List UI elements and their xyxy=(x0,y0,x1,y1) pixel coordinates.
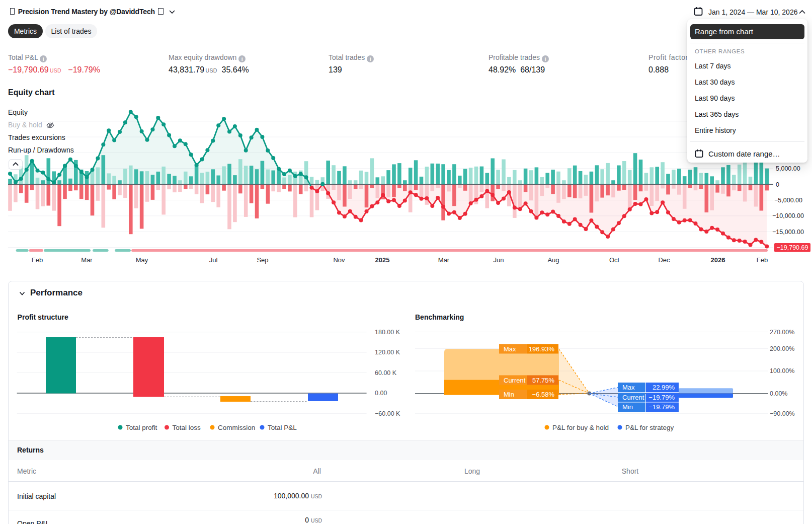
svg-text:2025: 2025 xyxy=(375,256,390,264)
svg-text:0.00: 0.00 xyxy=(375,390,387,397)
svg-text:60.00 K: 60.00 K xyxy=(375,369,397,377)
svg-text:270.00%: 270.00% xyxy=(770,329,794,336)
svg-text:Dec: Dec xyxy=(658,256,670,264)
svg-text:Max: Max xyxy=(622,384,635,391)
svg-text:Min: Min xyxy=(622,403,633,411)
svg-text:P&L for buy & hold: P&L for buy & hold xyxy=(552,424,609,431)
svg-text:Mar: Mar xyxy=(81,256,93,264)
svg-text:Total profit: Total profit xyxy=(126,424,157,431)
svg-text:P&L for strategy: P&L for strategy xyxy=(625,424,674,431)
svg-text:200.00%: 200.00% xyxy=(770,345,794,352)
svg-text:5,000.00: 5,000.00 xyxy=(776,165,800,172)
svg-text:Feb: Feb xyxy=(757,256,768,264)
svg-text:−60.00 K: −60.00 K xyxy=(375,410,400,417)
svg-text:Oct: Oct xyxy=(609,256,620,264)
svg-text:2026: 2026 xyxy=(711,256,725,264)
svg-text:Sep: Sep xyxy=(257,256,268,264)
svg-text:Current: Current xyxy=(622,394,644,401)
svg-text:Min: Min xyxy=(504,391,514,398)
svg-text:Jun: Jun xyxy=(494,256,504,264)
svg-text:Commission: Commission xyxy=(218,424,255,431)
svg-text:Max: Max xyxy=(504,345,516,353)
svg-text:Current: Current xyxy=(504,377,526,384)
svg-text:Jul: Jul xyxy=(209,256,218,264)
svg-text:Aug: Aug xyxy=(547,256,559,264)
svg-text:180.00 K: 180.00 K xyxy=(375,329,400,336)
svg-text:0: 0 xyxy=(776,181,779,188)
svg-text:Nov: Nov xyxy=(333,256,345,264)
svg-text:−90.00%: −90.00% xyxy=(770,410,795,417)
svg-text:120.00 K: 120.00 K xyxy=(375,349,400,356)
svg-text:100.00%: 100.00% xyxy=(770,367,794,375)
svg-text:Total P&L: Total P&L xyxy=(268,424,297,431)
svg-text:0.00%: 0.00% xyxy=(770,390,787,397)
svg-text:57.75%: 57.75% xyxy=(532,377,555,384)
svg-text:−19,790.69: −19,790.69 xyxy=(777,244,808,251)
svg-text:Feb: Feb xyxy=(32,256,43,264)
svg-text:22.99%: 22.99% xyxy=(653,384,675,391)
svg-text:−19.79%: −19.79% xyxy=(648,394,675,401)
svg-text:May: May xyxy=(136,256,148,264)
svg-text:−6.58%: −6.58% xyxy=(532,391,555,398)
svg-text:Mar: Mar xyxy=(438,256,450,264)
svg-text:−19.79%: −19.79% xyxy=(648,403,675,411)
svg-text:Total loss: Total loss xyxy=(173,424,201,431)
svg-text:−15,000.00: −15,000.00 xyxy=(772,229,804,236)
svg-text:−10,000.00: −10,000.00 xyxy=(772,212,804,219)
svg-text:196.93%: 196.93% xyxy=(529,345,555,353)
svg-text:−5,000.00: −5,000.00 xyxy=(774,197,802,204)
